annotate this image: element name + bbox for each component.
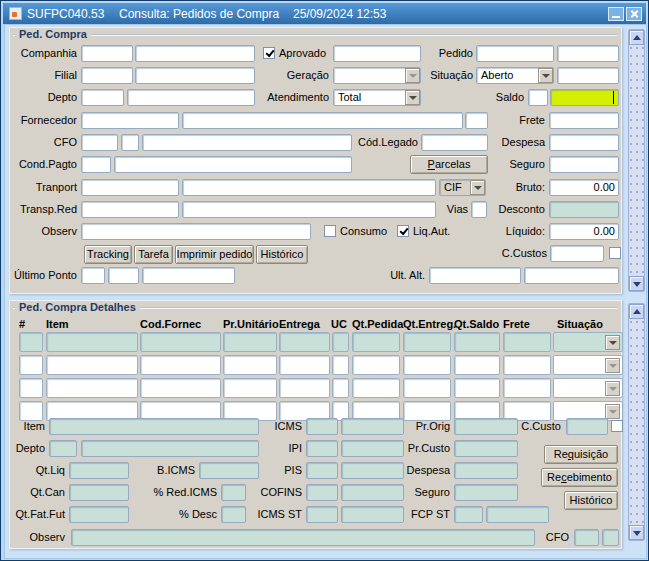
scroll-down-icon[interactable] <box>629 276 644 291</box>
table-cell[interactable] <box>140 355 221 375</box>
panel2-scrollbar[interactable] <box>628 303 645 541</box>
tracking-button[interactable]: Tracking <box>84 245 132 264</box>
det-c-custo-checkbox[interactable] <box>611 420 623 432</box>
table-cell[interactable] <box>454 355 500 375</box>
minimize-button[interactable] <box>608 7 624 21</box>
saldo-field[interactable] <box>550 89 619 106</box>
tranport-name-field[interactable] <box>182 179 436 196</box>
companhia-code-field[interactable] <box>81 45 133 62</box>
filial-code-field[interactable] <box>81 67 133 84</box>
seguro-field[interactable] <box>549 156 619 173</box>
table-cell[interactable] <box>332 332 349 352</box>
table-cell[interactable] <box>46 332 138 352</box>
table-cell[interactable] <box>19 355 43 375</box>
table-cell[interactable] <box>223 378 277 398</box>
table-cell[interactable] <box>19 332 43 352</box>
bruto-field[interactable]: 0.00 <box>549 179 619 196</box>
observ-field[interactable] <box>81 223 311 240</box>
table-cell[interactable] <box>403 355 451 375</box>
liquido-field[interactable]: 0.00 <box>549 223 619 240</box>
c-custos-field[interactable] <box>550 245 604 262</box>
liq-aut-checkbox[interactable] <box>397 225 409 237</box>
table-cell[interactable] <box>223 355 277 375</box>
saldo-flag-field[interactable] <box>528 89 548 106</box>
cond-pagto-code-field[interactable] <box>81 156 111 173</box>
cfo-code-field[interactable] <box>81 134 118 151</box>
frete-tipo-select[interactable]: CIF <box>439 179 486 196</box>
tranport-code-field[interactable] <box>81 179 179 196</box>
table-cell[interactable] <box>140 378 221 398</box>
chevron-down-icon[interactable] <box>605 335 620 350</box>
ultimo-ponto-field-1[interactable] <box>81 267 105 284</box>
ult-alt-date-field[interactable] <box>524 267 619 284</box>
ultimo-ponto-field-3[interactable] <box>142 267 235 284</box>
despesa-field[interactable] <box>549 134 619 151</box>
table-cell[interactable] <box>403 378 451 398</box>
companhia-desc-field[interactable] <box>135 45 255 62</box>
transp-red-code-field[interactable] <box>81 201 179 218</box>
parcelas-button[interactable]: Parcelas <box>410 155 488 174</box>
transp-red-name-field[interactable] <box>182 201 436 218</box>
geracao-select[interactable] <box>333 67 421 84</box>
chevron-down-icon[interactable] <box>470 180 485 195</box>
table-cell[interactable] <box>19 378 43 398</box>
recebimento-button[interactable]: Recebimento <box>541 468 618 487</box>
table-cell[interactable] <box>503 332 551 352</box>
fornecedor-name-field[interactable] <box>182 112 463 129</box>
atendimento-select[interactable]: Total <box>333 89 421 106</box>
fornecedor-small-field[interactable] <box>465 112 488 129</box>
cfo-desc-field[interactable] <box>142 134 352 151</box>
situacao-cell-dropdown[interactable] <box>553 332 623 352</box>
cond-pagto-desc-field[interactable] <box>114 156 352 173</box>
table-cell[interactable] <box>503 378 551 398</box>
frete-field[interactable] <box>549 112 619 129</box>
ult-alt-user-field[interactable] <box>429 267 521 284</box>
imprimir-pedido-button[interactable]: Imprimir pedido <box>175 245 254 264</box>
table-cell[interactable] <box>332 378 349 398</box>
table-cell[interactable] <box>46 378 138 398</box>
scroll-up-icon[interactable] <box>629 304 644 319</box>
fornecedor-code-field[interactable] <box>81 112 179 129</box>
cfo-sub-field[interactable] <box>121 134 139 151</box>
requisicao-button[interactable]: Requisição <box>544 445 618 464</box>
aprovado-extra-field[interactable] <box>333 45 421 62</box>
table-cell[interactable] <box>46 355 138 375</box>
chevron-down-icon[interactable] <box>605 381 620 396</box>
c-custos-checkbox[interactable] <box>609 247 621 259</box>
table-cell[interactable] <box>503 355 551 375</box>
cod-legado-field[interactable] <box>421 134 488 151</box>
table-cell[interactable] <box>279 378 330 398</box>
table-cell[interactable] <box>403 401 451 421</box>
consumo-checkbox[interactable] <box>324 225 336 237</box>
close-button[interactable] <box>626 7 642 21</box>
table-cell[interactable] <box>454 378 500 398</box>
situacao-cell-dropdown[interactable] <box>553 378 623 398</box>
table-cell[interactable] <box>19 401 43 421</box>
historico-button-bottom[interactable]: Histórico <box>564 491 618 510</box>
table-cell[interactable] <box>352 355 400 375</box>
table-cell[interactable] <box>279 332 330 352</box>
table-cell[interactable] <box>279 355 330 375</box>
historico-button-top[interactable]: Histórico <box>256 245 308 264</box>
ultimo-ponto-field-2[interactable] <box>108 267 139 284</box>
situacao-select[interactable]: Aberto <box>476 67 554 84</box>
filial-desc-field[interactable] <box>135 67 255 84</box>
table-cell[interactable] <box>352 332 400 352</box>
aprovado-checkbox[interactable] <box>263 47 275 59</box>
table-cell[interactable] <box>332 355 349 375</box>
vias-field[interactable] <box>471 201 487 218</box>
chevron-down-icon[interactable] <box>405 90 420 105</box>
table-cell[interactable] <box>140 332 221 352</box>
chevron-down-icon[interactable] <box>605 404 620 419</box>
pedido-field[interactable] <box>476 45 554 62</box>
panel1-scrollbar[interactable] <box>628 29 645 292</box>
depto-code-field[interactable] <box>81 89 124 106</box>
chevron-down-icon[interactable] <box>605 358 620 373</box>
situacao-cell-dropdown[interactable] <box>553 355 623 375</box>
table-cell[interactable] <box>352 378 400 398</box>
table-cell[interactable] <box>403 332 451 352</box>
scroll-up-icon[interactable] <box>629 30 644 45</box>
depto-desc-field[interactable] <box>127 89 255 106</box>
pedido-extra-field[interactable] <box>557 45 619 62</box>
situacao-extra-field[interactable] <box>557 67 619 84</box>
